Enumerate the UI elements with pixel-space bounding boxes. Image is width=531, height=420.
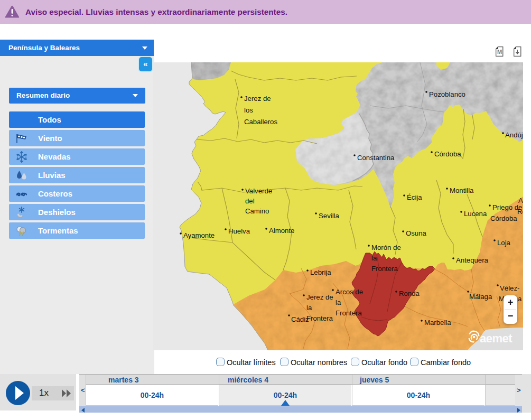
svg-text:Vélez-: Vélez- [500,284,519,292]
svg-text:M: M [497,49,502,55]
svg-text:Morón de: Morón de [371,244,401,251]
svg-text:Huelva: Huelva [228,227,250,235]
svg-text:aemet: aemet [480,332,513,345]
svg-text:Antequera: Antequera [456,256,489,264]
svg-text:Loja: Loja [497,239,511,247]
svg-text:Montilla: Montilla [450,186,474,194]
svg-text:Écija: Écija [407,193,422,201]
svg-text:Frontera: Frontera [371,265,398,273]
svg-text:Córdoba: Córdoba [490,214,517,222]
svg-text:Alcalá la: Alcalá la [518,197,523,204]
svg-text:Caballeros: Caballeros [244,118,277,126]
svg-text:Osuna: Osuna [406,229,427,237]
svg-text:la: la [306,304,312,312]
svg-text:la: la [336,298,341,306]
svg-text:Real: Real [517,208,523,216]
svg-text:los: los [244,106,253,114]
svg-text:Andújar: Andújar [505,131,523,139]
svg-text:Frontera: Frontera [336,309,362,317]
svg-text:Jerez de: Jerez de [306,293,333,301]
svg-text:Córdoba: Córdoba [434,150,461,158]
svg-text:Camino: Camino [245,207,269,215]
svg-text:Marbella: Marbella [424,319,451,326]
svg-text:Constantina: Constantina [357,154,395,162]
svg-text:Arcos de: Arcos de [336,288,363,296]
svg-text:Lucena: Lucena [464,210,487,218]
svg-text:Frontera: Frontera [306,314,333,322]
svg-text:del: del [245,197,255,205]
svg-text:Jerez de: Jerez de [244,95,271,102]
svg-text:Pozoblanco: Pozoblanco [429,90,465,98]
svg-text:Cádiz: Cádiz [291,315,309,323]
svg-text:Ayamonte: Ayamonte [183,231,215,239]
svg-text:Málaga: Málaga [469,293,492,301]
svg-text:Valverde: Valverde [245,187,272,195]
svg-text:la: la [371,254,377,262]
svg-text:Lebrija: Lebrija [310,268,331,276]
svg-text:Ronda: Ronda [399,290,420,297]
svg-text:Sevilla: Sevilla [319,212,340,220]
svg-text:Almonte: Almonte [269,227,294,235]
